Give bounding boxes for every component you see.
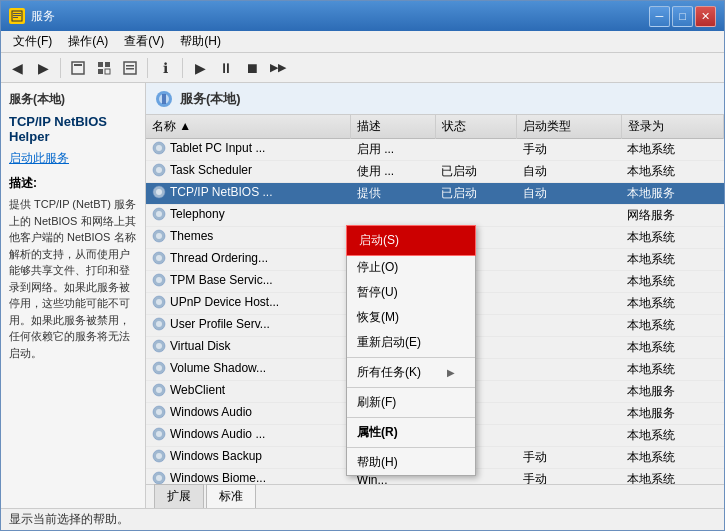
sidebar-service-name: TCP/IP NetBIOS Helper <box>9 114 137 144</box>
cell-name: Volume Shadow... <box>146 359 351 381</box>
desc-label: 描述: <box>9 175 137 192</box>
context-menu-item[interactable]: 所有任务(K)▶ <box>347 360 475 385</box>
context-menu-item[interactable]: 帮助(H) <box>347 450 475 475</box>
cell-name: User Profile Serv... <box>146 315 351 337</box>
context-menu-item[interactable]: 刷新(F) <box>347 390 475 415</box>
pause-button[interactable]: ⏸ <box>214 56 238 80</box>
cell-name: UPnP Device Host... <box>146 293 351 315</box>
desc-text: 提供 TCP/IP (NetBT) 服务上的 NetBIOS 和网络上其他客户端… <box>9 196 137 361</box>
right-panel: 服务(本地) 名称 ▲ 描述 状态 启动类型 登录为 Tab <box>146 83 724 508</box>
cell-startup: 手动 <box>517 447 621 469</box>
context-menu-item-label: 所有任务(K) <box>357 364 421 381</box>
cell-name: Tablet PC Input ... <box>146 139 351 161</box>
cell-login: 本地系统 <box>621 271 723 293</box>
context-menu-item[interactable]: 恢复(M) <box>347 305 475 330</box>
main-content: 服务(本地) TCP/IP NetBIOS Helper 启动此服务 描述: 提… <box>1 83 724 508</box>
cell-name: TCP/IP NetBIOS ... <box>146 183 351 205</box>
context-menu-item-label: 帮助(H) <box>357 454 398 471</box>
main-window: 服务 ─ □ ✕ 文件(F) 操作(A) 查看(V) 帮助(H) ◀ ▶ ℹ ▶… <box>0 0 725 531</box>
cell-status <box>435 139 517 161</box>
status-text: 显示当前选择的帮助。 <box>9 511 129 528</box>
menu-view[interactable]: 查看(V) <box>116 31 172 52</box>
svg-point-23 <box>156 211 162 217</box>
cell-startup <box>517 205 621 227</box>
table-header-row: 名称 ▲ 描述 状态 启动类型 登录为 <box>146 115 724 139</box>
services-table-wrapper: 名称 ▲ 描述 状态 启动类型 登录为 Tablet PC Input ...启… <box>146 115 724 484</box>
menu-bar: 文件(F) 操作(A) 查看(V) 帮助(H) <box>1 31 724 53</box>
forward-button[interactable]: ▶ <box>31 56 55 80</box>
svg-rect-5 <box>74 64 82 66</box>
col-desc[interactable]: 描述 <box>351 115 435 139</box>
cell-login: 本地服务 <box>621 381 723 403</box>
minimize-button[interactable]: ─ <box>649 6 670 27</box>
cell-login: 网络服务 <box>621 205 723 227</box>
context-menu-item[interactable]: 重新启动(E) <box>347 330 475 355</box>
menu-file[interactable]: 文件(F) <box>5 31 60 52</box>
service-icon: Themes <box>152 229 213 243</box>
info-button[interactable]: ℹ <box>153 56 177 80</box>
table-row[interactable]: Task Scheduler使用 ...已启动自动本地系统 <box>146 161 724 183</box>
cell-startup <box>517 381 621 403</box>
svg-rect-7 <box>105 62 110 67</box>
context-menu-item[interactable]: 启动(S) <box>347 226 475 255</box>
cell-desc: 使用 ... <box>351 161 435 183</box>
tab-扩展[interactable]: 扩展 <box>154 484 204 508</box>
back-button[interactable]: ◀ <box>5 56 29 80</box>
context-menu-item[interactable]: 属性(R) <box>347 420 475 445</box>
tab-标准[interactable]: 标准 <box>206 484 256 508</box>
cell-login: 本地系统 <box>621 293 723 315</box>
status-bar: 显示当前选择的帮助。 <box>1 508 724 530</box>
restart-button[interactable]: ▶▶ <box>266 56 290 80</box>
context-menu-item-label: 暂停(U) <box>357 284 398 301</box>
svg-rect-8 <box>98 69 103 74</box>
context-menu-item[interactable]: 停止(O) <box>347 255 475 280</box>
window-icon <box>9 8 25 24</box>
menu-action[interactable]: 操作(A) <box>60 31 116 52</box>
col-name[interactable]: 名称 ▲ <box>146 115 351 139</box>
svg-point-25 <box>156 233 162 239</box>
cell-login: 本地系统 <box>621 337 723 359</box>
toolbar-btn-3[interactable] <box>118 56 142 80</box>
col-status[interactable]: 状态 <box>435 115 517 139</box>
svg-point-45 <box>156 453 162 459</box>
panel-icon <box>154 89 174 109</box>
cell-login: 本地系统 <box>621 315 723 337</box>
svg-point-47 <box>156 475 162 481</box>
maximize-button[interactable]: □ <box>672 6 693 27</box>
cell-startup <box>517 337 621 359</box>
table-row[interactable]: Tablet PC Input ...启用 ...手动本地系统 <box>146 139 724 161</box>
table-row[interactable]: Telephony网络服务 <box>146 205 724 227</box>
service-icon: Thread Ordering... <box>152 251 268 265</box>
context-menu-separator <box>347 447 475 448</box>
close-button[interactable]: ✕ <box>695 6 716 27</box>
service-icon: Volume Shadow... <box>152 361 266 375</box>
play-button[interactable]: ▶ <box>188 56 212 80</box>
start-service-link[interactable]: 启动此服务 <box>9 150 137 167</box>
stop-button[interactable]: ⏹ <box>240 56 264 80</box>
menu-help[interactable]: 帮助(H) <box>172 31 229 52</box>
col-startup[interactable]: 启动类型 <box>517 115 621 139</box>
table-row[interactable]: TCP/IP NetBIOS ...提供已启动自动本地服务 <box>146 183 724 205</box>
context-menu-separator <box>347 387 475 388</box>
toolbar-btn-2[interactable] <box>92 56 116 80</box>
cell-startup: 自动 <box>517 161 621 183</box>
svg-rect-9 <box>105 69 110 74</box>
toolbar-btn-1[interactable] <box>66 56 90 80</box>
svg-point-35 <box>156 343 162 349</box>
cell-name: Windows Biome... <box>146 469 351 485</box>
svg-rect-2 <box>13 15 21 16</box>
sidebar-title: 服务(本地) <box>9 91 137 108</box>
svg-rect-1 <box>13 13 21 14</box>
col-login[interactable]: 登录为 <box>621 115 723 139</box>
context-menu-item-label: 重新启动(E) <box>357 334 421 351</box>
submenu-arrow-icon: ▶ <box>447 367 455 378</box>
service-icon: Windows Audio <box>152 405 252 419</box>
context-menu-item-label: 恢复(M) <box>357 309 399 326</box>
cell-name: Windows Audio ... <box>146 425 351 447</box>
cell-desc: 启用 ... <box>351 139 435 161</box>
context-menu-item[interactable]: 暂停(U) <box>347 280 475 305</box>
context-menu-item-label: 刷新(F) <box>357 394 396 411</box>
cell-status <box>435 205 517 227</box>
context-menu-item-label: 属性(R) <box>357 424 398 441</box>
cell-name: Thread Ordering... <box>146 249 351 271</box>
